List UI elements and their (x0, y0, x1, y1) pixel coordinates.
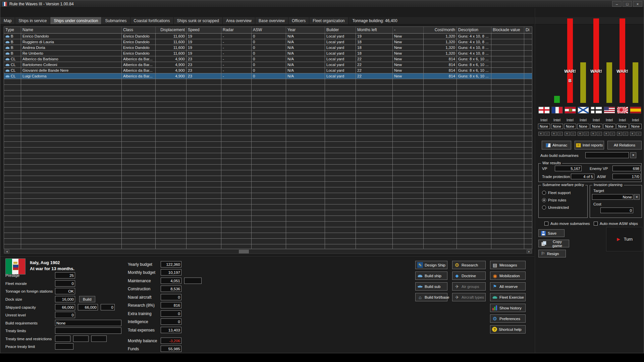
table-row[interactable] (4, 165, 532, 170)
intel-level-button[interactable]: None (603, 124, 615, 129)
all-relations-button[interactable]: All Relations (607, 141, 642, 149)
build-fort-base-button[interactable]: Build fort/base (415, 293, 447, 301)
nav-tab[interactable]: Coastal fortifications (130, 17, 174, 24)
table-row[interactable]: CL Alberico da Barbiano Alberico da Bar.… (4, 56, 532, 62)
table-row[interactable]: CL Bartolomeo Colleoni Alberico da Bar..… (4, 62, 532, 68)
intel-level-button[interactable]: None (551, 124, 563, 129)
fleet-exercise-button[interactable]: Fleet Exercise (490, 293, 526, 301)
table-row[interactable] (4, 199, 532, 204)
column-header-radar[interactable]: Radar (221, 27, 252, 33)
table-row[interactable] (4, 227, 532, 233)
invasion-target-clear-button[interactable]: × (634, 194, 640, 200)
show-history-button[interactable]: Show history (490, 304, 526, 312)
table-row[interactable] (4, 147, 532, 153)
maximize-button[interactable]: □ (623, 1, 632, 7)
table-row[interactable] (4, 193, 532, 199)
scroll-thumb[interactable] (239, 250, 249, 253)
intel-level-button[interactable]: None (564, 124, 576, 129)
research-button[interactable]: Research (452, 261, 486, 269)
austria-hungary-flag-icon[interactable] (565, 107, 576, 114)
table-row[interactable] (4, 130, 532, 136)
column-header-asw[interactable]: ASW (252, 27, 286, 33)
table-row[interactable] (4, 113, 532, 119)
relation-minus-button[interactable]: - (610, 132, 615, 136)
table-row[interactable]: CL Luigi Cadorna Alberico da Bar... 4,90… (4, 73, 532, 79)
nav-tab[interactable]: Area overview (223, 17, 255, 24)
maintenance-extra-input[interactable] (184, 278, 202, 284)
build-ship-button[interactable]: Build ship (415, 272, 447, 280)
turn-button[interactable]: ► Turn (606, 227, 642, 251)
doctrine-button[interactable]: Doctrine (452, 272, 486, 280)
relation-plus-button[interactable]: + (617, 132, 622, 136)
table-row[interactable] (4, 159, 532, 165)
sub-policy-option[interactable]: Prize rules (542, 198, 571, 202)
column-header-class[interactable]: Class (122, 27, 156, 33)
shortcut-help-button[interactable]: Shortcut help (490, 325, 526, 334)
relation-plus-button[interactable]: + (604, 132, 609, 136)
column-header-speed[interactable]: Speed (186, 27, 221, 33)
intel-level-button[interactable]: None (577, 124, 589, 129)
table-row[interactable] (4, 108, 532, 113)
table-row[interactable] (4, 233, 532, 239)
resign-button[interactable]: ⚐ Resign (538, 250, 566, 257)
nav-tab[interactable]: Ships sunk or scrapped (174, 17, 223, 24)
preferences-button[interactable]: Preferences (490, 314, 526, 323)
air-groups-button[interactable]: Air groups (452, 282, 486, 291)
table-row[interactable] (4, 222, 532, 227)
table-row[interactable] (4, 136, 532, 142)
table-row[interactable] (4, 187, 532, 193)
scroll-right-icon[interactable]: ► (527, 250, 532, 253)
build-dock-button[interactable]: Build (79, 296, 95, 302)
usa-flag-icon[interactable] (604, 107, 615, 114)
table-row[interactable] (4, 102, 532, 108)
intel-level-button[interactable]: None (538, 124, 550, 129)
all-reserve-button[interactable]: All reserve (490, 282, 526, 291)
france-flag-icon[interactable] (551, 107, 563, 114)
column-header-months-left[interactable]: Months left (356, 27, 393, 33)
copy-game-button[interactable]: Copy game (538, 240, 569, 247)
relation-plus-button[interactable]: + (538, 132, 544, 136)
auto-build-submarines-input[interactable] (585, 152, 629, 158)
mobilization-button[interactable]: Mobilization (490, 272, 526, 280)
relation-plus-button[interactable]: + (578, 132, 583, 136)
invasion-target-input[interactable] (592, 194, 633, 200)
table-row[interactable] (4, 239, 532, 244)
minimize-button[interactable]: – (612, 1, 622, 7)
intel-level-button[interactable]: None (616, 124, 629, 129)
table-row[interactable] (4, 244, 532, 249)
column-header-year[interactable]: Year (286, 27, 325, 33)
table-row[interactable] (4, 176, 532, 182)
table-row[interactable]: B Enrico Dandolo Enrico Dandolo 11,600 1… (4, 34, 532, 39)
table-row[interactable] (4, 79, 532, 85)
column-header-description[interactable]: Description (457, 27, 491, 33)
table-row[interactable] (4, 142, 532, 147)
build-sub-button[interactable]: Build sub (415, 282, 447, 291)
russia-flag-icon[interactable] (578, 107, 589, 114)
relation-plus-button[interactable]: + (630, 132, 635, 136)
table-row[interactable] (4, 119, 532, 125)
save-button[interactable]: Save (538, 229, 565, 237)
nav-tab[interactable]: Submarines (102, 17, 130, 24)
sub-policy-option[interactable]: Fleet support (542, 191, 571, 195)
japan-flag-icon[interactable] (617, 107, 628, 114)
relation-plus-button[interactable]: + (551, 132, 557, 136)
table-row[interactable]: B Ruggiero di Lauria Enrico Dandolo 11,6… (4, 39, 532, 45)
table-row[interactable] (4, 170, 532, 176)
nav-tab[interactable]: Base overview (255, 17, 288, 24)
nav-tab[interactable]: Fleet organization (309, 17, 348, 24)
table-row[interactable] (4, 204, 532, 210)
column-header-name[interactable]: Name (21, 27, 122, 33)
table-row[interactable] (4, 96, 532, 102)
nav-tab[interactable]: Officers (288, 17, 309, 24)
spain-flag-icon[interactable] (630, 107, 641, 114)
table-row[interactable] (4, 125, 532, 130)
messages-button[interactable]: Messages (490, 261, 526, 269)
nav-tab[interactable]: Ships in service (15, 17, 50, 24)
table-row[interactable]: CL Giovanni delle Bande Nere Alberico da… (4, 68, 532, 73)
relation-minus-button[interactable]: - (623, 132, 628, 136)
nav-tab[interactable]: Ships under construction (50, 17, 102, 24)
table-row[interactable]: B Andrea Doria Enrico Dandolo 11,600 19 … (4, 45, 532, 51)
column-header-di[interactable]: Di (524, 27, 532, 33)
column-header-cost-month[interactable]: Cost/month (424, 27, 457, 33)
relation-minus-button[interactable]: - (584, 132, 589, 136)
